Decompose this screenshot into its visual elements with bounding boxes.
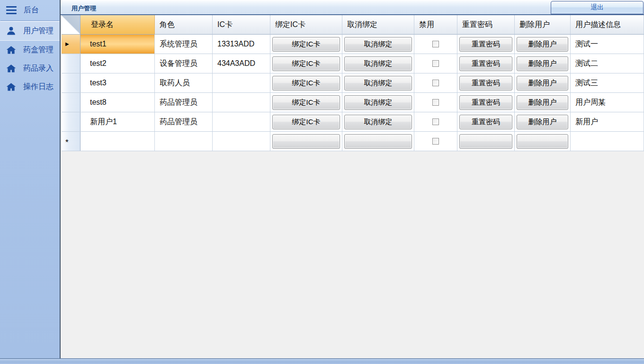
sidebar-item-label: 用户管理 xyxy=(23,26,54,36)
column-header-ic-card[interactable]: IC卡 xyxy=(213,15,270,35)
reset-password-button[interactable]: 重置密码 xyxy=(459,56,512,71)
column-header-role[interactable]: 角色 xyxy=(155,15,213,35)
exit-button[interactable]: 退出 xyxy=(551,1,644,14)
column-header-disable[interactable]: 禁用 xyxy=(414,15,457,35)
sidebar-item-backstage[interactable]: 后台 xyxy=(0,0,60,20)
role-cell[interactable]: 药品管理员 xyxy=(155,93,213,112)
unbind-button[interactable]: 取消绑定 xyxy=(344,76,412,91)
home-icon xyxy=(6,82,16,92)
sidebar-item-operation-log[interactable]: 操作日志 xyxy=(0,78,60,96)
reset-password-button-empty[interactable] xyxy=(459,134,512,149)
role-cell[interactable]: 药品管理员 xyxy=(155,112,213,131)
description-cell[interactable] xyxy=(571,132,644,151)
ic-card-cell[interactable] xyxy=(213,112,270,131)
disable-checkbox[interactable] xyxy=(432,60,439,67)
sidebar-divider xyxy=(0,20,59,21)
home-icon xyxy=(6,64,16,73)
disable-checkbox[interactable] xyxy=(432,41,439,47)
ic-card-cell[interactable] xyxy=(213,132,270,151)
delete-user-button[interactable]: 删除用户 xyxy=(517,115,568,129)
bind-ic-button[interactable]: 绑定IC卡 xyxy=(272,95,340,110)
sidebar-item-label: 药品录入 xyxy=(23,64,54,73)
bind-ic-button[interactable]: 绑定IC卡 xyxy=(272,56,340,71)
column-header-bind-ic[interactable]: 绑定IC卡 xyxy=(270,15,342,35)
login-cell[interactable]: test8 xyxy=(80,93,155,112)
row-header-cell[interactable]: ▶ xyxy=(62,35,80,54)
bind-ic-button[interactable]: 绑定IC卡 xyxy=(272,37,340,52)
login-cell[interactable]: 新用户1 xyxy=(80,112,155,131)
unbind-button[interactable]: 取消绑定 xyxy=(344,115,412,129)
description-cell[interactable]: 新用户 xyxy=(571,112,644,131)
menu-icon xyxy=(6,6,17,14)
disable-checkbox[interactable] xyxy=(432,99,439,106)
row-header-cell[interactable]: ▶ xyxy=(62,54,80,73)
role-cell[interactable] xyxy=(155,132,213,151)
table-row: ▶ 新用户1 药品管理员 绑定IC卡 取消绑定 重置密码 删除用户 新用户 xyxy=(62,112,644,132)
row-header-cell[interactable]: ▶ xyxy=(62,73,80,92)
delete-user-button[interactable]: 删除用户 xyxy=(517,37,568,52)
description-cell[interactable]: 测试一 xyxy=(571,35,644,54)
column-header-unbind[interactable]: 取消绑定 xyxy=(342,15,414,35)
reset-password-button[interactable]: 重置密码 xyxy=(459,76,512,91)
delete-user-button-empty[interactable] xyxy=(517,134,568,149)
unbind-button[interactable]: 取消绑定 xyxy=(344,56,412,71)
sidebar-item-label: 操作日志 xyxy=(23,82,54,92)
reset-password-button[interactable]: 重置密码 xyxy=(459,95,512,110)
ic-card-cell[interactable] xyxy=(213,73,270,92)
unbind-button-empty[interactable] xyxy=(344,134,412,149)
select-all-cell[interactable] xyxy=(62,15,80,35)
bind-ic-button[interactable]: 绑定IC卡 xyxy=(272,76,340,91)
current-row-indicator: ▶ xyxy=(65,42,69,46)
bind-ic-button-empty[interactable] xyxy=(272,134,340,149)
row-header-cell[interactable]: ▶ xyxy=(62,112,80,131)
disable-checkbox[interactable] xyxy=(432,80,439,86)
bind-ic-button[interactable]: 绑定IC卡 xyxy=(272,115,340,129)
sidebar-item-medicine-entry[interactable]: 药品录入 xyxy=(0,59,60,78)
description-cell[interactable]: 测试三 xyxy=(571,73,644,92)
disable-checkbox[interactable] xyxy=(432,138,439,145)
login-cell[interactable] xyxy=(80,132,155,151)
column-header-delete-user[interactable]: 删除用户 xyxy=(515,15,571,35)
sidebar-item-label: 药盒管理 xyxy=(23,45,54,55)
active-tab-label[interactable]: 用户管理 xyxy=(72,4,96,13)
delete-user-button[interactable]: 删除用户 xyxy=(517,95,568,110)
ic-card-cell[interactable]: 13313ADD xyxy=(213,35,270,54)
column-header-reset-pwd[interactable]: 重置密码 xyxy=(457,15,515,35)
new-row-header-cell[interactable]: * xyxy=(62,132,80,151)
sidebar-item-user-management[interactable]: 用户管理 xyxy=(0,21,60,41)
topbar: 用户管理 退出 xyxy=(61,0,644,15)
window-bottom-border xyxy=(0,358,644,364)
login-cell[interactable]: test3 xyxy=(80,73,155,92)
grid-header-row: 登录名 角色 IC卡 绑定IC卡 取消绑定 禁用 重置密码 删除用户 用户描述信… xyxy=(62,15,644,35)
disable-checkbox[interactable] xyxy=(432,118,439,125)
reset-password-button[interactable]: 重置密码 xyxy=(459,115,512,129)
table-row: ▶ test1 系统管理员 13313ADD 绑定IC卡 取消绑定 重置密码 删… xyxy=(62,35,644,54)
reset-password-button[interactable]: 重置密码 xyxy=(459,37,512,52)
column-header-login[interactable]: 登录名 xyxy=(80,15,155,35)
new-row: * xyxy=(62,132,644,151)
role-cell[interactable]: 系统管理员 xyxy=(155,35,213,54)
grid-body: ▶ test1 系统管理员 13313ADD 绑定IC卡 取消绑定 重置密码 删… xyxy=(62,35,644,132)
ic-card-cell[interactable] xyxy=(213,93,270,112)
column-header-description[interactable]: 用户描述信息 xyxy=(571,15,644,35)
sidebar: 后台 用户管理 药盒管理 药品录入 操作日志 xyxy=(0,0,61,358)
sidebar-item-label: 后台 xyxy=(24,5,39,15)
row-header-cell[interactable]: ▶ xyxy=(62,93,80,112)
table-row: ▶ test8 药品管理员 绑定IC卡 取消绑定 重置密码 删除用户 用户周某 xyxy=(62,93,644,112)
table-row: ▶ test2 设备管理员 434A3ADD 绑定IC卡 取消绑定 重置密码 删… xyxy=(62,54,644,73)
ic-card-cell[interactable]: 434A3ADD xyxy=(213,54,270,73)
user-icon xyxy=(6,26,16,36)
unbind-button[interactable]: 取消绑定 xyxy=(344,95,412,110)
delete-user-button[interactable]: 删除用户 xyxy=(517,56,568,71)
login-cell[interactable]: test1 xyxy=(80,35,155,54)
sidebar-item-medicine-box-management[interactable]: 药盒管理 xyxy=(0,41,60,59)
user-grid: 登录名 角色 IC卡 绑定IC卡 取消绑定 禁用 重置密码 删除用户 用户描述信… xyxy=(62,15,644,358)
login-cell[interactable]: test2 xyxy=(80,54,155,73)
role-cell[interactable]: 取药人员 xyxy=(155,73,213,92)
description-cell[interactable]: 用户周某 xyxy=(571,93,644,112)
description-cell[interactable]: 测试二 xyxy=(571,54,644,73)
delete-user-button[interactable]: 删除用户 xyxy=(517,76,568,91)
new-row-indicator: * xyxy=(65,138,69,147)
role-cell[interactable]: 设备管理员 xyxy=(155,54,213,73)
unbind-button[interactable]: 取消绑定 xyxy=(344,37,412,52)
